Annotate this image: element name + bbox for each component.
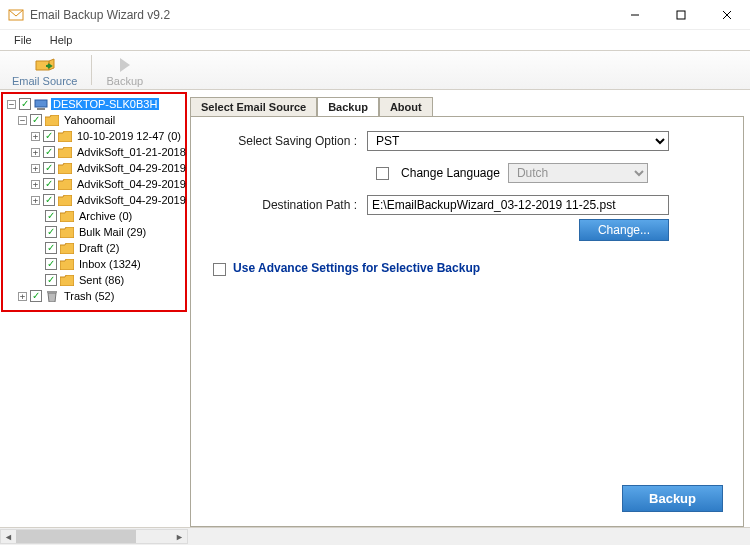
tree-folder-label[interactable]: Draft (2) (77, 242, 121, 254)
tree-folder-label[interactable]: AdvikSoft_04-29-2019 11 (75, 178, 188, 190)
folder-icon (60, 243, 74, 254)
checkbox-icon[interactable]: ✓ (45, 226, 57, 238)
language-select: Dutch (508, 163, 648, 183)
scroll-thumb[interactable] (16, 530, 136, 543)
trash-icon (45, 291, 59, 302)
folder-icon (58, 163, 72, 174)
tab-backup[interactable]: Backup (317, 97, 379, 117)
folder-icon (58, 179, 72, 190)
backup-play-icon (115, 55, 135, 75)
tree-folder[interactable]: ✓Inbox (1324) (3, 256, 185, 272)
tree-account[interactable]: − ✓ Yahoomail (3, 112, 185, 128)
tree-folder-label[interactable]: 10-10-2019 12-47 (0) (75, 130, 183, 142)
advanced-settings-label[interactable]: Use Advance Settings for Selective Backu… (233, 261, 480, 275)
toolbar-email-source[interactable]: Email Source (6, 53, 83, 89)
checkbox-icon[interactable]: ✓ (43, 130, 55, 142)
horizontal-scrollbar[interactable]: ◄ ► (0, 529, 188, 544)
email-source-icon (35, 55, 55, 75)
window-title: Email Backup Wizard v9.2 (30, 8, 612, 22)
destination-path-input[interactable] (367, 195, 669, 215)
tree-folder[interactable]: +✓AdvikSoft_04-29-2019 11 (3, 192, 185, 208)
folder-tree[interactable]: − ✓ DESKTOP-SLK0B3H − ✓ Yahoomail +✓10-1… (0, 90, 188, 527)
change-language-label: Change Language (401, 166, 500, 180)
folder-icon (60, 275, 74, 286)
svg-rect-2 (677, 11, 685, 19)
tree-folder[interactable]: +✓10-10-2019 12-47 (0) (3, 128, 185, 144)
tree-folder[interactable]: ✓Archive (0) (3, 208, 185, 224)
computer-icon (34, 99, 48, 110)
expand-icon[interactable]: + (31, 132, 40, 141)
checkbox-icon[interactable]: ✓ (43, 178, 55, 190)
maximize-button[interactable] (658, 0, 704, 30)
menu-file[interactable]: File (6, 32, 40, 48)
svg-rect-6 (37, 108, 45, 110)
tree-root-label[interactable]: DESKTOP-SLK0B3H (51, 98, 159, 110)
tree-folder-label[interactable]: AdvikSoft_04-29-2019 10 (75, 162, 188, 174)
checkbox-icon[interactable]: ✓ (45, 242, 57, 254)
change-language-checkbox[interactable] (376, 167, 389, 180)
toolbar-separator (91, 55, 92, 85)
tree-trash[interactable]: + ✓ Trash (52) (3, 288, 185, 304)
tree-folder-label[interactable]: Sent (86) (77, 274, 126, 286)
minimize-button[interactable] (612, 0, 658, 30)
folder-icon (58, 131, 72, 142)
expand-icon[interactable]: + (31, 148, 40, 157)
checkbox-icon[interactable]: ✓ (43, 146, 55, 158)
checkbox-icon[interactable]: ✓ (45, 210, 57, 222)
checkbox-icon[interactable]: ✓ (43, 194, 55, 206)
checkbox-icon[interactable]: ✓ (45, 258, 57, 270)
folder-icon (58, 195, 72, 206)
collapse-icon[interactable]: − (7, 100, 16, 109)
tree-folder-label[interactable]: Bulk Mail (29) (77, 226, 148, 238)
collapse-icon[interactable]: − (18, 116, 27, 125)
folder-icon (60, 211, 74, 222)
tree-folder[interactable]: ✓Draft (2) (3, 240, 185, 256)
checkbox-icon[interactable]: ✓ (30, 114, 42, 126)
expand-icon[interactable]: + (31, 180, 40, 189)
close-button[interactable] (704, 0, 750, 30)
folder-icon (58, 147, 72, 158)
tree-folder[interactable]: +✓AdvikSoft_04-29-2019 11 (3, 176, 185, 192)
backup-button[interactable]: Backup (622, 485, 723, 512)
svg-rect-5 (35, 100, 47, 107)
saving-option-label: Select Saving Option : (207, 134, 367, 148)
checkbox-icon[interactable]: ✓ (43, 162, 55, 174)
toolbar-backup-label: Backup (106, 75, 143, 87)
tree-folder[interactable]: ✓Bulk Mail (29) (3, 224, 185, 240)
checkbox-icon[interactable]: ✓ (30, 290, 42, 302)
destination-path-label: Destination Path : (207, 198, 367, 212)
tree-trash-label[interactable]: Trash (52) (62, 290, 116, 302)
scroll-left-arrow[interactable]: ◄ (1, 530, 16, 543)
folder-icon (45, 115, 59, 126)
tree-root[interactable]: − ✓ DESKTOP-SLK0B3H (3, 96, 185, 112)
advanced-settings-checkbox[interactable] (213, 263, 226, 276)
expand-icon[interactable]: + (31, 164, 40, 173)
tree-folder[interactable]: ✓Sent (86) (3, 272, 185, 288)
expand-icon[interactable]: + (18, 292, 27, 301)
menu-help[interactable]: Help (42, 32, 81, 48)
tab-select-email-source[interactable]: Select Email Source (190, 97, 317, 116)
tree-folder-label[interactable]: AdvikSoft_04-29-2019 11 (75, 194, 188, 206)
scroll-right-arrow[interactable]: ► (172, 530, 187, 543)
tree-account-label[interactable]: Yahoomail (62, 114, 117, 126)
toolbar-email-source-label: Email Source (12, 75, 77, 87)
folder-icon (60, 259, 74, 270)
svg-rect-7 (47, 291, 57, 293)
change-button[interactable]: Change... (579, 219, 669, 241)
toolbar-backup: Backup (100, 53, 149, 89)
folder-icon (60, 227, 74, 238)
tree-folder-label[interactable]: Inbox (1324) (77, 258, 143, 270)
app-icon (8, 7, 24, 23)
tree-folder[interactable]: +✓AdvikSoft_04-29-2019 10 (3, 160, 185, 176)
tree-folder-label[interactable]: AdvikSoft_01-21-2018 10 (75, 146, 188, 158)
checkbox-icon[interactable]: ✓ (19, 98, 31, 110)
tree-folder-label[interactable]: Archive (0) (77, 210, 134, 222)
tab-about[interactable]: About (379, 97, 433, 116)
checkbox-icon[interactable]: ✓ (45, 274, 57, 286)
saving-option-select[interactable]: PST (367, 131, 669, 151)
tree-folder[interactable]: +✓AdvikSoft_01-21-2018 10 (3, 144, 185, 160)
expand-icon[interactable]: + (31, 196, 40, 205)
